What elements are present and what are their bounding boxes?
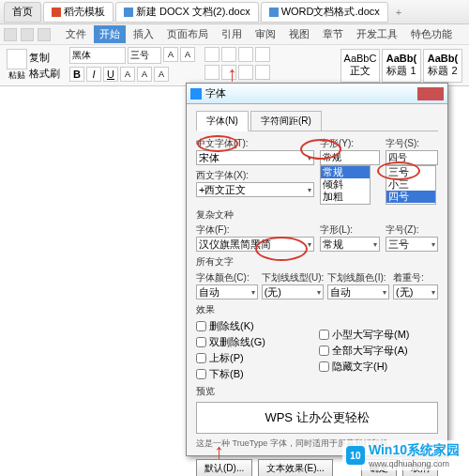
watermark: 10 Win10系统家园 www.qdhuahong.com xyxy=(342,440,463,470)
section-effects: 效果 xyxy=(196,303,438,316)
watermark-icon: 10 xyxy=(346,446,365,465)
complex-font-select[interactable]: 汉仪旗黑简黑简 xyxy=(196,237,314,252)
label-emph: 着重号: xyxy=(393,271,438,284)
size-input[interactable] xyxy=(386,150,438,165)
chinese-font-select[interactable]: 宋体 xyxy=(196,150,314,165)
font-color-button[interactable]: A xyxy=(154,67,169,82)
quick-access xyxy=(4,28,51,41)
word-icon xyxy=(124,8,133,17)
dialog-title: 字体 xyxy=(205,86,226,100)
western-font-select[interactable]: +西文正文 xyxy=(196,182,314,197)
style-input[interactable] xyxy=(320,150,380,165)
size-select[interactable] xyxy=(128,47,161,64)
copy-button[interactable]: 复制 xyxy=(29,51,60,65)
ribbon-font: A A B I U A A A xyxy=(67,47,198,84)
template-icon xyxy=(52,8,61,17)
tab-doc3[interactable]: WORD文档格式.docx xyxy=(261,2,388,23)
style-h1[interactable]: AaBb(标题 1 xyxy=(382,49,421,83)
tab-home[interactable]: 首页 xyxy=(4,2,41,23)
ribbon-paragraph xyxy=(202,47,273,84)
word-icon xyxy=(269,8,279,17)
tab-font[interactable]: 字体(N) xyxy=(196,111,249,131)
label-cfont: 中文字体(T): xyxy=(196,137,314,150)
label-style: 字形(Y): xyxy=(320,137,380,150)
default-button[interactable]: 默认(D)... xyxy=(196,459,252,476)
align-justify-icon[interactable] xyxy=(255,65,270,80)
label-font2: 字体(F): xyxy=(196,223,314,237)
tab-template[interactable]: 稻壳模板 xyxy=(43,2,113,23)
paste-label: 粘贴 xyxy=(8,69,25,82)
chk-smallcaps[interactable]: 小型大写字母(M) xyxy=(319,328,438,342)
chk-sub[interactable]: 下标(B) xyxy=(196,367,315,381)
menu-start[interactable]: 开始 xyxy=(94,25,126,43)
document-tabs: 首页 稻壳模板 新建 DOCX 文档(2).docx WORD文档格式.docx… xyxy=(0,0,469,24)
annotation-arrow: ↑ xyxy=(214,439,224,464)
qat-redo-icon[interactable] xyxy=(38,28,51,41)
highlight-button[interactable]: A xyxy=(137,67,152,82)
menu-special[interactable]: 特色功能 xyxy=(405,25,458,43)
strike-button[interactable]: A xyxy=(120,67,135,82)
dialog-titlebar[interactable]: 字体 xyxy=(187,84,447,104)
font-color-select[interactable]: 自动 xyxy=(196,284,258,299)
preview-box: WPS 让办公更轻松 xyxy=(196,402,438,434)
section-alltext: 所有文字 xyxy=(196,255,438,269)
menu-ref[interactable]: 引用 xyxy=(216,25,248,43)
style-h2[interactable]: AaBb(标题 2 xyxy=(423,49,462,83)
size-listbox[interactable]: 三号 小三 四号 xyxy=(386,165,436,205)
label-color: 字体颜色(C): xyxy=(196,271,258,284)
menu-section[interactable]: 章节 xyxy=(317,25,349,43)
chk-super[interactable]: 上标(P) xyxy=(196,351,315,365)
indent-inc-icon[interactable] xyxy=(255,47,270,62)
align-left-icon[interactable] xyxy=(204,65,219,80)
dialog-icon xyxy=(190,88,202,100)
menu-view[interactable]: 视图 xyxy=(283,25,315,43)
shrink-font-icon[interactable]: A xyxy=(180,47,195,62)
chk-strike[interactable]: 删除线(K) xyxy=(196,319,315,333)
label-wfont: 西文字体(X): xyxy=(196,169,314,182)
chk-dblstrike[interactable]: 双删除线(G) xyxy=(196,335,315,349)
chk-allcaps[interactable]: 全部大写字母(A) xyxy=(319,344,438,358)
font-select[interactable] xyxy=(69,47,126,64)
bullets-icon[interactable] xyxy=(204,47,219,62)
underline-color-select[interactable]: 自动 xyxy=(327,284,389,299)
label-ucolor: 下划线颜色(I): xyxy=(327,271,389,284)
complex-size-select[interactable]: 三号 xyxy=(386,237,438,252)
menu-review[interactable]: 审阅 xyxy=(250,25,281,43)
emphasis-select[interactable]: (无) xyxy=(393,284,438,299)
style-listbox[interactable]: 常规 倾斜 加粗 xyxy=(320,165,371,205)
qat-undo-icon[interactable] xyxy=(21,28,34,41)
qat-save-icon[interactable] xyxy=(4,28,17,41)
annotation-arrow: ↑ xyxy=(227,62,237,86)
section-complex: 复杂文种 xyxy=(196,208,438,222)
indent-dec-icon[interactable] xyxy=(238,47,253,62)
align-right-icon[interactable] xyxy=(238,65,253,80)
complex-style-select[interactable]: 常规 xyxy=(320,237,380,252)
text-effects-button[interactable]: 文本效果(E)... xyxy=(258,459,333,476)
chk-hidden[interactable]: 隐藏文字(H) xyxy=(319,360,438,374)
label-uline: 下划线线型(U): xyxy=(262,271,325,284)
font-dialog: 字体 字体(N) 字符间距(R) 中文字体(T): 宋体 西文字体(X): +西… xyxy=(186,83,448,456)
menu-insert[interactable]: 插入 xyxy=(128,25,159,43)
paste-icon[interactable] xyxy=(7,49,27,69)
italic-button[interactable]: I xyxy=(86,67,101,82)
style-normal[interactable]: AaBbC正文 xyxy=(340,49,380,83)
format-painter-button[interactable]: 格式刷 xyxy=(29,67,60,81)
ribbon-clipboard: 粘贴 复制 格式刷 xyxy=(4,47,63,84)
tab-doc2[interactable]: 新建 DOCX 文档(2).docx xyxy=(115,2,259,23)
tab-spacing[interactable]: 字符间距(R) xyxy=(250,111,322,131)
close-icon[interactable] xyxy=(417,87,444,100)
label-size: 字号(S): xyxy=(386,137,438,150)
underline-button[interactable]: U xyxy=(103,67,118,82)
grow-font-icon[interactable]: A xyxy=(163,47,178,62)
menu-page[interactable]: 页面布局 xyxy=(161,25,214,43)
menu-file[interactable]: 文件 xyxy=(60,25,92,43)
menu-dev[interactable]: 开发工具 xyxy=(351,25,403,43)
underline-select[interactable]: (无) xyxy=(262,284,325,299)
numbering-icon[interactable] xyxy=(221,47,236,62)
bold-button[interactable]: B xyxy=(69,67,84,82)
ribbon-styles: AaBbC正文 AaBb(标题 1 AaBb(标题 2 xyxy=(338,47,465,84)
menu-bar: 文件 开始 插入 页面布局 引用 审阅 视图 章节 开发工具 特色功能 xyxy=(0,24,469,45)
watermark-url: www.qdhuahong.com xyxy=(369,459,460,468)
new-tab-button[interactable]: + xyxy=(390,7,407,18)
watermark-brand: Win10系统家园 xyxy=(369,442,460,459)
